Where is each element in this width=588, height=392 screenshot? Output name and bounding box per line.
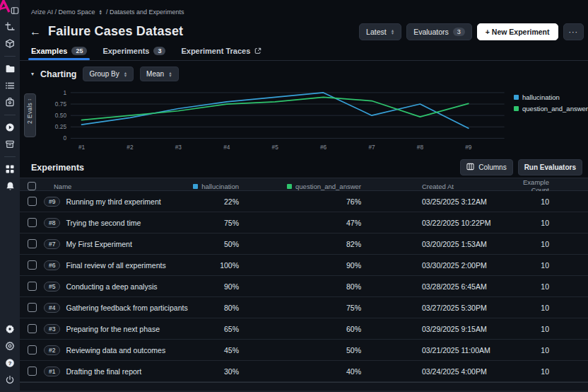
table-row[interactable]: #6 Final review of all experiments 100% … bbox=[20, 255, 588, 276]
table-row[interactable]: #2 Reviewing data and outcomes 45% 50% 0… bbox=[20, 340, 588, 361]
hallucination-swatch bbox=[193, 184, 198, 189]
tab-experiment-traces[interactable]: Experiment Traces bbox=[181, 47, 261, 60]
list-icon[interactable] bbox=[2, 78, 18, 93]
chart-section: ↔ 2 Evals 10.750.500.250#1#2#3#4#5#6#7#8… bbox=[20, 85, 588, 156]
experiment-number-badge: #8 bbox=[44, 218, 60, 228]
admin-gear-icon[interactable] bbox=[2, 338, 18, 354]
crop-icon[interactable] bbox=[2, 19, 18, 35]
table-row[interactable]: #3 Preparing for the next phase 65% 60% … bbox=[20, 318, 588, 340]
svg-text:#6: #6 bbox=[320, 144, 327, 151]
created-at-value: 03/25/2025 3:12AM bbox=[361, 197, 507, 206]
row-checkbox[interactable] bbox=[28, 260, 37, 270]
table-row[interactable]: #4 Gathering feedback from participants … bbox=[20, 297, 588, 318]
logo-row bbox=[0, 0, 20, 18]
table-row[interactable]: #1 Drafting the final report 30% 40% 03/… bbox=[20, 361, 588, 382]
table-row[interactable]: #7 My First Experiment 50% 82% 03/20/202… bbox=[20, 234, 588, 255]
legend-item[interactable]: hallucination bbox=[514, 93, 588, 101]
power-icon[interactable] bbox=[2, 372, 18, 388]
panel-toggle-icon[interactable] bbox=[11, 5, 19, 18]
experiment-number-badge: #5 bbox=[44, 282, 60, 292]
evals-line-chart[interactable]: 10.750.500.250#1#2#3#4#5#6#7#8#9 bbox=[36, 86, 512, 156]
help-icon[interactable]: ? bbox=[2, 355, 18, 371]
row-checkbox[interactable] bbox=[28, 303, 37, 312]
experiments-count-badge: 3 bbox=[153, 47, 165, 55]
column-header-created-at[interactable]: Created At bbox=[361, 183, 507, 190]
play-circle-icon[interactable] bbox=[2, 120, 18, 135]
experiment-number-badge: #4 bbox=[44, 303, 60, 313]
latest-dropdown[interactable]: Latest ▲▼ bbox=[359, 23, 401, 40]
row-checkbox[interactable] bbox=[28, 345, 37, 354]
svg-text:0.50: 0.50 bbox=[55, 113, 67, 120]
experiment-name[interactable]: Preparing for the next phase bbox=[66, 325, 160, 333]
tab-experiments-label: Experiments bbox=[102, 47, 149, 55]
evaluators-button[interactable]: Evaluators 3 bbox=[406, 23, 472, 40]
table-row[interactable]: #9 Running my third experiment 22% 76% 0… bbox=[20, 191, 588, 212]
more-actions-button[interactable]: ··· bbox=[563, 23, 584, 40]
grid-icon[interactable] bbox=[2, 161, 18, 177]
table-header: Name hallucination question_and_answer C… bbox=[20, 178, 588, 191]
sidebar-divider bbox=[4, 156, 16, 157]
example-count-value: 10 bbox=[507, 346, 588, 354]
settings-gear-icon[interactable] bbox=[2, 321, 18, 337]
experiment-name[interactable]: Final review of all experiments bbox=[66, 261, 165, 270]
chevron-updown-icon: ▲▼ bbox=[391, 29, 394, 35]
breadcrumb-space[interactable]: Arize AI / Demo Space bbox=[31, 8, 95, 16]
hallucination-value: 22% bbox=[164, 197, 239, 206]
row-checkbox[interactable] bbox=[28, 239, 37, 248]
arize-logo[interactable] bbox=[0, 0, 11, 18]
experiments-bar: Experiments Columns Run Evaluators bbox=[20, 157, 588, 178]
legend-item[interactable]: question_and_answer bbox=[514, 105, 588, 113]
row-checkbox[interactable] bbox=[28, 367, 37, 376]
tab-traces-label: Experiment Traces bbox=[181, 47, 250, 55]
folder-icon[interactable] bbox=[2, 61, 18, 76]
row-checkbox[interactable] bbox=[28, 197, 37, 206]
example-count-value: 10 bbox=[507, 219, 588, 227]
new-experiment-button[interactable]: + New Experiment bbox=[477, 23, 558, 40]
evals-side-tab[interactable]: ↔ 2 Evals bbox=[24, 93, 36, 137]
columns-button[interactable]: Columns bbox=[460, 159, 512, 175]
row-checkbox[interactable] bbox=[28, 324, 37, 333]
column-header-name[interactable]: Name bbox=[44, 183, 164, 190]
select-all-checkbox[interactable] bbox=[28, 182, 36, 190]
svg-text:#5: #5 bbox=[271, 144, 278, 151]
experiment-name[interactable]: Running my third experiment bbox=[66, 197, 160, 206]
svg-text:#2: #2 bbox=[127, 144, 134, 151]
table-row[interactable]: #5 Conducting a deep analysis 90% 80% 03… bbox=[20, 276, 588, 297]
hallucination-value: 65% bbox=[164, 325, 239, 333]
lock-icon[interactable] bbox=[2, 95, 18, 110]
experiment-name[interactable]: Conducting a deep analysis bbox=[66, 282, 157, 291]
experiment-name[interactable]: Reviewing data and outcomes bbox=[66, 346, 165, 354]
experiment-name[interactable]: Trying the second time bbox=[66, 219, 141, 227]
created-at-value: 03/27/2025 5:30PM bbox=[361, 304, 507, 312]
qa-value: 90% bbox=[239, 261, 361, 270]
row-checkbox[interactable] bbox=[28, 282, 37, 291]
back-button[interactable]: ← bbox=[30, 25, 41, 38]
svg-text:?: ? bbox=[8, 360, 12, 367]
column-header-hallucination[interactable]: hallucination bbox=[164, 183, 239, 190]
group-by-dropdown[interactable]: Group By ▲▼ bbox=[83, 67, 134, 81]
run-evaluators-button[interactable]: Run Evaluators bbox=[518, 159, 582, 175]
experiments-title: Experiments bbox=[31, 163, 84, 173]
tab-experiments[interactable]: Experiments 3 bbox=[102, 47, 165, 60]
evals-tab-label: 2 Evals bbox=[26, 103, 33, 124]
bell-icon[interactable] bbox=[2, 178, 18, 194]
collapse-charting-icon[interactable]: ▾ bbox=[31, 71, 34, 77]
qa-value: 50% bbox=[239, 346, 361, 354]
column-header-qa[interactable]: question_and_answer bbox=[239, 183, 361, 190]
tab-examples[interactable]: Examples 25 bbox=[31, 47, 87, 60]
qa-value: 40% bbox=[239, 367, 361, 376]
experiment-name[interactable]: My First Experiment bbox=[66, 240, 131, 248]
example-count-value: 10 bbox=[507, 282, 588, 291]
row-checkbox[interactable] bbox=[28, 218, 37, 227]
experiment-number-badge: #6 bbox=[44, 260, 60, 270]
experiment-number-badge: #2 bbox=[44, 345, 60, 355]
archive-icon[interactable] bbox=[2, 137, 18, 152]
space-switcher-icon[interactable]: ▲▼ bbox=[99, 9, 102, 15]
tab-examples-label: Examples bbox=[31, 47, 67, 55]
table-row[interactable]: #8 Trying the second time 75% 47% 03/22/… bbox=[20, 212, 588, 234]
aggregation-dropdown[interactable]: Mean ▲▼ bbox=[140, 67, 178, 81]
chevron-updown-icon: ▲▼ bbox=[168, 71, 172, 77]
experiment-name[interactable]: Drafting the final report bbox=[66, 367, 141, 376]
package-icon[interactable] bbox=[2, 36, 18, 52]
example-count-value: 10 bbox=[507, 367, 588, 376]
